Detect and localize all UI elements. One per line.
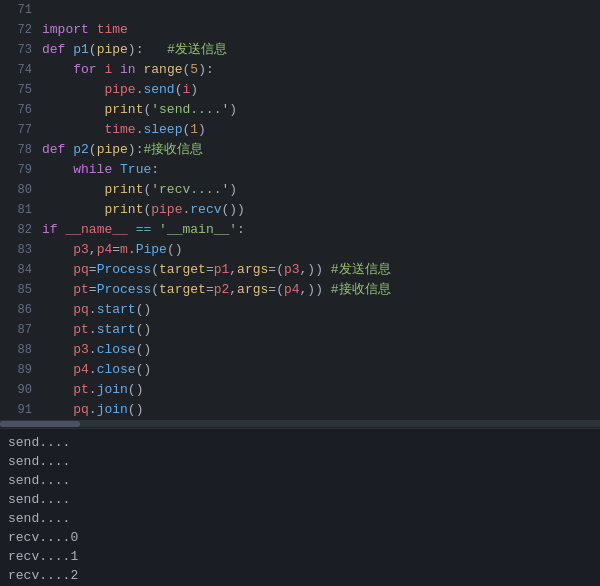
scrollbar-track (0, 421, 600, 427)
line-number: 85 (0, 280, 42, 300)
code-text: p4.close() (42, 360, 151, 380)
code-text: def p1(pipe): #发送信息 (42, 40, 227, 60)
code-text: time.sleep(1) (42, 120, 206, 140)
code-line-72: 72 import time (0, 20, 600, 40)
code-line-81: 81 print(pipe.recv()) (0, 200, 600, 220)
code-line-91: 91 pq.join() (0, 400, 600, 420)
line-number: 86 (0, 300, 42, 320)
line-number: 80 (0, 180, 42, 200)
code-text: print('send....') (42, 100, 237, 120)
code-editor: 71 72 import time 73 def p1(pipe): #发送信息… (0, 0, 600, 420)
code-text: pq=Process(target=p1,args=(p3,)) #发送信息 (42, 260, 391, 280)
code-line-89: 89 p4.close() (0, 360, 600, 380)
line-number: 87 (0, 320, 42, 340)
output-line: send.... (8, 452, 592, 471)
line-number: 88 (0, 340, 42, 360)
line-number: 89 (0, 360, 42, 380)
code-line-78: 78 def p2(pipe):#接收信息 (0, 140, 600, 160)
terminal-output: send.... send.... send.... send.... send… (0, 428, 600, 586)
code-line-77: 77 time.sleep(1) (0, 120, 600, 140)
code-line-76: 76 print('send....') (0, 100, 600, 120)
code-line-88: 88 p3.close() (0, 340, 600, 360)
code-text: print(pipe.recv()) (42, 200, 245, 220)
code-line-74: 74 for i in range(5): (0, 60, 600, 80)
code-text: pq.start() (42, 300, 151, 320)
line-number: 79 (0, 160, 42, 180)
line-number: 78 (0, 140, 42, 160)
line-number: 77 (0, 120, 42, 140)
line-number: 82 (0, 220, 42, 240)
output-line: send.... (8, 471, 592, 490)
output-line: send.... (8, 433, 592, 452)
code-text: pt=Process(target=p2,args=(p4,)) #接收信息 (42, 280, 391, 300)
code-line-73: 73 def p1(pipe): #发送信息 (0, 40, 600, 60)
code-line-82: 82 if __name__ == '__main__': (0, 220, 600, 240)
code-line-71: 71 (0, 0, 600, 20)
line-number: 90 (0, 380, 42, 400)
code-text: pt.join() (42, 380, 143, 400)
output-line: recv....1 (8, 547, 592, 566)
line-number: 91 (0, 400, 42, 420)
code-line-87: 87 pt.start() (0, 320, 600, 340)
line-number: 72 (0, 20, 42, 40)
line-number: 75 (0, 80, 42, 100)
horizontal-scrollbar[interactable] (0, 420, 600, 428)
code-text: p3,p4=m.Pipe() (42, 240, 183, 260)
code-line-83: 83 p3,p4=m.Pipe() (0, 240, 600, 260)
code-text: def p2(pipe):#接收信息 (42, 140, 203, 160)
code-line-75: 75 pipe.send(i) (0, 80, 600, 100)
code-text: for i in range(5): (42, 60, 214, 80)
scrollbar-thumb[interactable] (0, 421, 80, 427)
code-line-79: 79 while True: (0, 160, 600, 180)
output-line: send.... (8, 509, 592, 528)
line-number: 83 (0, 240, 42, 260)
line-number: 84 (0, 260, 42, 280)
code-text: pipe.send(i) (42, 80, 198, 100)
code-text: while True: (42, 160, 159, 180)
line-number: 81 (0, 200, 42, 220)
code-text: p3.close() (42, 340, 151, 360)
output-line: send.... (8, 490, 592, 509)
code-text: if __name__ == '__main__': (42, 220, 245, 240)
code-text: print('recv....') (42, 180, 237, 200)
code-text: pq.join() (42, 400, 143, 420)
line-number: 73 (0, 40, 42, 60)
line-number: 71 (0, 0, 42, 20)
code-text: import time (42, 20, 128, 40)
code-line-85: 85 pt=Process(target=p2,args=(p4,)) #接收信… (0, 280, 600, 300)
code-line-90: 90 pt.join() (0, 380, 600, 400)
code-text: pt.start() (42, 320, 151, 340)
output-line: recv....2 (8, 566, 592, 585)
code-line-86: 86 pq.start() (0, 300, 600, 320)
code-line-84: 84 pq=Process(target=p1,args=(p3,)) #发送信… (0, 260, 600, 280)
line-number: 74 (0, 60, 42, 80)
line-number: 76 (0, 100, 42, 120)
code-line-80: 80 print('recv....') (0, 180, 600, 200)
output-line: recv....0 (8, 528, 592, 547)
